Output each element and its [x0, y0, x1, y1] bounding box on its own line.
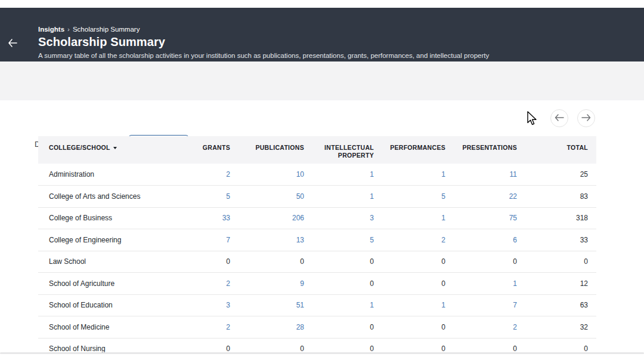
table-row: School of Agriculture2900112: [38, 273, 596, 295]
scroll-right-button[interactable]: [577, 109, 595, 127]
presentations-cell: 2: [454, 316, 525, 339]
publications-cell: 13: [239, 229, 312, 251]
college-name-cell: School of Agriculture: [38, 273, 195, 295]
grants-cell: 2: [195, 164, 239, 186]
presentations-cell: 6: [454, 229, 525, 251]
column-header-publications: PUBLICATIONS: [239, 136, 312, 164]
table-row: Administration210111125: [38, 164, 596, 186]
column-header-grants: GRANTS: [195, 136, 239, 164]
column-header-performances: PERFORMANCES: [382, 136, 454, 164]
presentations-count-link[interactable]: 2: [513, 323, 517, 331]
grants-count-link[interactable]: 5: [226, 192, 230, 201]
performances-cell: 0: [382, 251, 454, 273]
arrow-left-icon: [555, 113, 564, 124]
performances-cell: 1: [382, 164, 454, 186]
total-cell: 33: [525, 229, 596, 251]
filter-bar: Date Range: All Dates SORT & FILTER: [0, 61, 644, 100]
scholarship-summary-page: Insights›Scholarship Summary Scholarship…: [0, 0, 644, 363]
intellectual-property-cell: 3: [312, 207, 382, 229]
table-row: School of Medicine22800232: [38, 316, 596, 339]
intellectual-property-cell: 0: [312, 338, 382, 352]
presentations-count-link[interactable]: 22: [509, 192, 517, 201]
column-header-total: TOTAL: [525, 136, 596, 164]
grants-cell: 2: [195, 316, 239, 339]
publications-count-link[interactable]: 13: [296, 236, 304, 244]
intellectual-property-count-link[interactable]: 1: [370, 301, 374, 309]
intellectual-property-cell: 1: [312, 164, 382, 186]
grants-count-link[interactable]: 2: [226, 279, 230, 288]
page-title: Scholarship Summary: [38, 35, 165, 49]
column-header-college-school[interactable]: COLLEGE/SCHOOL: [38, 136, 195, 164]
presentations-cell: 0: [454, 251, 525, 273]
performances-count-link[interactable]: 1: [441, 301, 445, 309]
table-row: College of Arts and Sciences550152283: [38, 186, 596, 208]
performances-cell: 1: [382, 294, 454, 316]
scroll-left-button[interactable]: [550, 109, 568, 127]
intellectual-property-count-link[interactable]: 1: [370, 192, 374, 201]
publications-count-link[interactable]: 10: [296, 170, 304, 179]
publications-cell: 9: [239, 273, 312, 295]
presentations-cell: 75: [454, 207, 525, 229]
intellectual-property-cell: 0: [312, 251, 382, 273]
intellectual-property-count-link[interactable]: 3: [370, 214, 374, 222]
total-cell: 12: [525, 273, 596, 295]
total-cell: 83: [525, 186, 596, 208]
total-cell: 63: [525, 294, 596, 316]
horizontal-scrollbar-track[interactable]: [0, 352, 644, 354]
performances-cell: 0: [382, 273, 454, 295]
performances-count-link[interactable]: 1: [441, 214, 445, 222]
total-cell: 25: [525, 164, 596, 186]
presentations-count-link[interactable]: 75: [509, 214, 517, 222]
college-name-cell: College of Business: [38, 207, 195, 229]
intellectual-property-cell: 1: [312, 294, 382, 316]
mouse-cursor: [527, 111, 538, 127]
grants-cell: 33: [195, 207, 239, 229]
grants-cell: 3: [195, 294, 239, 316]
presentations-count-link[interactable]: 6: [513, 236, 517, 244]
table-row: Law School000000: [38, 251, 596, 273]
grants-count-link[interactable]: 2: [226, 170, 230, 179]
publications-cell: 0: [239, 251, 312, 273]
total-cell: 318: [525, 207, 596, 229]
publications-count-link[interactable]: 28: [296, 323, 304, 331]
table-row: School of Nursing000000: [38, 338, 596, 352]
grants-cell: 0: [195, 251, 239, 273]
publications-count-link[interactable]: 51: [296, 301, 304, 309]
breadcrumb: Insights›Scholarship Summary: [38, 26, 140, 33]
grants-cell: 0: [195, 338, 239, 352]
performances-cell: 2: [382, 229, 454, 251]
grants-count-link[interactable]: 3: [226, 301, 230, 309]
publications-count-link[interactable]: 9: [300, 279, 304, 288]
performances-count-link[interactable]: 5: [441, 192, 445, 201]
total-cell: 0: [525, 338, 596, 352]
grants-count-link[interactable]: 2: [226, 323, 230, 331]
table-row: College of Engineering71352633: [38, 229, 596, 251]
publications-count-link[interactable]: 206: [292, 214, 304, 222]
performances-count-link[interactable]: 1: [441, 170, 445, 179]
page-description: A summary table of all the scholarship a…: [38, 52, 489, 59]
presentations-cell: 1: [454, 273, 525, 295]
presentations-count-link[interactable]: 7: [513, 301, 517, 309]
college-name-cell: College of Arts and Sciences: [38, 186, 195, 208]
presentations-cell: 11: [454, 164, 525, 186]
publications-cell: 10: [239, 164, 312, 186]
grants-count-link[interactable]: 33: [222, 214, 230, 222]
publications-cell: 50: [239, 186, 312, 208]
presentations-count-link[interactable]: 1: [513, 279, 517, 288]
intellectual-property-count-link[interactable]: 1: [370, 170, 374, 179]
summary-table: COLLEGE/SCHOOL GRANTS PUBLICATIONS INTEL…: [38, 136, 596, 352]
presentations-count-link[interactable]: 11: [510, 170, 517, 179]
college-name-cell: School of Nursing: [38, 338, 195, 352]
intellectual-property-count-link[interactable]: 5: [370, 236, 374, 244]
grants-count-link[interactable]: 7: [226, 236, 230, 244]
breadcrumb-current: Scholarship Summary: [73, 26, 140, 33]
performances-count-link[interactable]: 2: [441, 236, 445, 244]
publications-count-link[interactable]: 50: [296, 192, 304, 201]
college-name-cell: School of Education: [38, 294, 195, 316]
breadcrumb-insights[interactable]: Insights: [38, 26, 64, 33]
intellectual-property-cell: 5: [312, 229, 382, 251]
intellectual-property-cell: 0: [312, 316, 382, 339]
back-button[interactable]: [5, 36, 20, 52]
intellectual-property-cell: 0: [312, 273, 382, 295]
publications-cell: 0: [239, 338, 312, 352]
